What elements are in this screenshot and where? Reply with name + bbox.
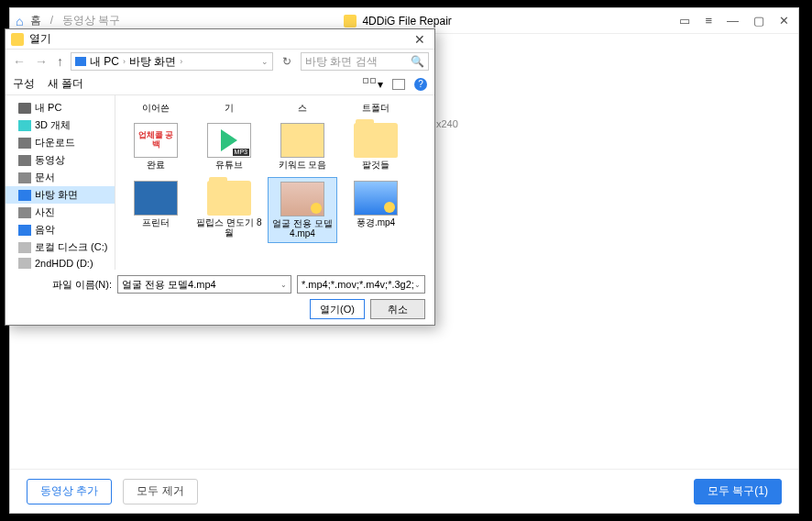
path-root[interactable]: 내 PC [90,54,119,70]
file-label: 이어쓴 [142,103,170,114]
file-type-filter[interactable]: *.mp4;*.mov;*.m4v;*.3g2;*.3gp ⌄ [297,275,425,294]
tree-item-disk[interactable]: 로컬 디스크 (C:) [5,238,115,256]
breadcrumb-current[interactable]: 동영상 복구 [62,14,120,27]
chat-icon[interactable] [675,12,694,29]
file-item[interactable]: 필립스 면도기 8월 [194,177,264,243]
file-item[interactable]: 스 [268,99,337,117]
path-dropdown-icon[interactable]: ⌄ [261,57,269,66]
nav-forward-button[interactable]: → [33,54,49,69]
file-thumb [134,181,178,216]
file-item[interactable]: 이어쓴 [121,99,191,117]
video-thumb [354,181,398,216]
filter-value: *.mp4;*.mov;*.m4v;*.3g2;*.3gp [302,279,414,290]
tree-item-label: 로컬 디스크 (C:) [35,240,107,254]
dialog-body: 내 PC3D 개체다운로드동영상문서바탕 화면사진음악로컬 디스크 (C:)2n… [5,95,434,270]
search-input[interactable]: 바탕 화면 검색 🔍 [301,52,429,71]
close-button[interactable]: ✕ [775,12,793,29]
new-folder-button[interactable]: 새 폴더 [48,76,83,92]
pic-icon [18,207,31,218]
folder-icon [280,123,324,158]
remove-all-button[interactable]: 모두 제거 [123,479,197,504]
tree-item-label: 2ndHDD (D:) [35,258,93,269]
dialog-nav: ← → ↑ 내 PC › 바탕 화면 › ⌄ ↻ 바탕 화면 검색 🔍 [5,50,434,73]
mus-icon [18,225,31,236]
tree-item-label: 동영상 [35,153,65,167]
add-video-button[interactable]: 동영상 추가 [27,479,112,504]
file-item[interactable]: 기 [194,99,264,117]
tree-item-disk[interactable]: 2ndHDD (D:) [5,256,115,270]
file-thumb: 업체콜 공백 [134,123,178,158]
file-label: 키워드 모음 [279,160,327,170]
dialog-bottom: 파일 이름(N): 얼굴 전용 모델4.mp4 ⌄ *.mp4;*.mov;*.… [5,270,434,325]
dialog-toolbar: 구성 새 폴더 ▾ ? [5,73,434,95]
file-item[interactable]: 프린터 [121,177,191,243]
dialog-title: 열기 [29,31,51,47]
file-item[interactable]: 팔것들 [341,119,411,173]
repair-all-button[interactable]: 모두 복구(1) [694,479,782,504]
tree-item-label: 사진 [35,205,55,219]
file-item[interactable]: 키워드 모음 [268,119,337,173]
tree-item-doc[interactable]: 문서 [5,169,115,186]
tree-item-desk[interactable]: 바탕 화면 [5,186,115,204]
menu-icon[interactable] [701,12,716,29]
breadcrumb-home[interactable]: 홈 [30,14,41,27]
file-label: 필립스 면도기 8월 [196,217,262,238]
open-button[interactable]: 열기(O) [310,299,365,319]
desk-icon [18,190,31,201]
search-icon[interactable]: 🔍 [411,55,424,68]
video-thumb [280,182,324,216]
file-item[interactable]: 얼굴 전용 모델4.mp4 [268,177,337,243]
tree-item-label: 문서 [35,171,55,184]
breadcrumb: 홈 / 동영상 복구 [30,13,119,28]
nav-up-button[interactable]: ↑ [55,54,65,69]
dialog-close-button[interactable]: ✕ [411,32,429,47]
file-label: 얼굴 전용 모델4.mp4 [270,218,335,238]
path-current[interactable]: 바탕 화면 [129,54,176,70]
app-footer: 동영상 추가 모두 제거 모두 복구(1) [10,469,798,513]
folder-icon [207,181,251,216]
view-mode-button[interactable]: ▾ [363,78,383,91]
3d-icon [18,120,31,131]
tree-item-label: 다운로드 [35,136,75,150]
file-label: 팔것들 [362,160,390,170]
filename-input[interactable]: 얼굴 전용 모델4.mp4 ⌄ [117,275,291,294]
disk-icon [18,242,31,253]
search-placeholder: 바탕 화면 검색 [305,54,378,70]
tree-item-pc[interactable]: 내 PC [5,99,115,116]
vid-icon [18,155,31,166]
app-icon [344,15,357,28]
home-icon[interactable]: ⌂ [16,14,23,28]
preview-pane-button[interactable] [392,79,405,90]
nav-back-button[interactable]: ← [11,54,27,69]
cancel-button[interactable]: 취소 [370,299,425,319]
file-label: 트폴더 [362,103,390,114]
file-item[interactable]: 풍경.mp4 [341,177,411,243]
tree-item-label: 음악 [35,223,55,237]
file-list: 이어쓴기스트폴더 업체콜 공백완료MP3유튜브키워드 모음팔것들프린터필립스 면… [115,95,434,270]
path-bar[interactable]: 내 PC › 바탕 화면 › ⌄ [71,52,273,71]
tree-item-3d[interactable]: 3D 개체 [5,116,115,134]
refresh-button[interactable]: ↻ [279,55,295,68]
filename-label: 파일 이름(N): [52,278,112,292]
chevron-down-icon[interactable]: ⌄ [414,281,421,289]
file-item[interactable]: 업체콜 공백완료 [121,119,191,173]
file-thumb: MP3 [207,123,251,158]
tree-item-dl[interactable]: 다운로드 [5,134,115,151]
tree-item-mus[interactable]: 음악 [5,221,115,238]
maximize-button[interactable]: ▢ [750,12,768,29]
file-label: 기 [225,103,234,114]
file-open-dialog: 열기 ✕ ← → ↑ 내 PC › 바탕 화면 › ⌄ ↻ 바탕 화면 검색 🔍… [5,28,435,326]
help-button[interactable]: ? [414,78,427,91]
dialog-icon [11,33,24,46]
chevron-down-icon[interactable]: ⌄ [280,281,287,289]
tree-item-pic[interactable]: 사진 [5,204,115,221]
tree-item-vid[interactable]: 동영상 [5,151,115,169]
dl-icon [18,138,31,149]
minimize-button[interactable]: — [723,12,742,29]
file-item[interactable]: 트폴더 [341,99,411,117]
organize-menu[interactable]: 구성 [13,76,35,92]
app-title: 4DDiG File Repair [120,15,676,28]
file-item[interactable]: MP3유튜브 [194,119,264,173]
pc-icon [18,103,31,114]
folder-icon [354,123,398,158]
